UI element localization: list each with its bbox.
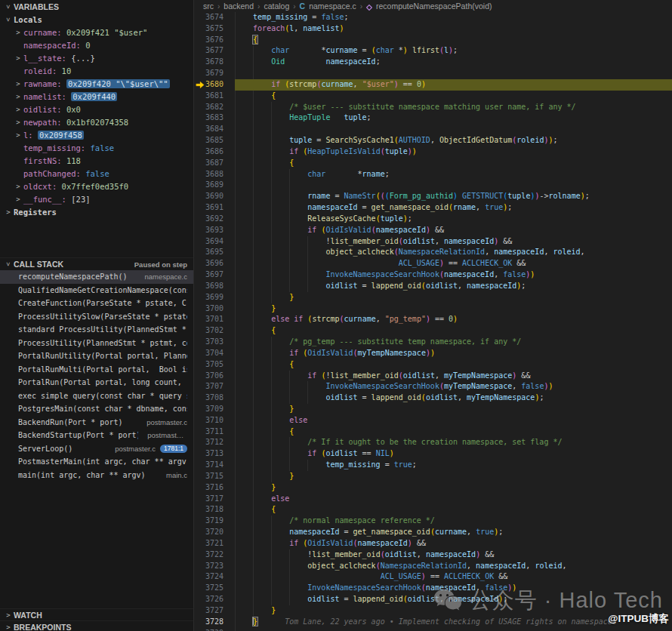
- code-line[interactable]: 3709}: [194, 404, 672, 415]
- code-line[interactable]: 3727}: [194, 605, 672, 617]
- variable-row[interactable]: >oldcxt: 0x7ffef0ed35f0: [0, 180, 193, 192]
- line-number[interactable]: 3710: [194, 415, 235, 426]
- code-line[interactable]: 3703/* pg_temp --- substitute temp names…: [194, 337, 672, 348]
- code-line[interactable]: 3712/* If it ought to be the creation na…: [194, 437, 672, 448]
- stack-frame-row[interactable]: standard_ProcessUtility(PlannedStmt * ps…: [0, 323, 193, 337]
- code-line[interactable]: 3700}: [194, 303, 672, 315]
- code-line[interactable]: 3728} Tom Lane, 22 years ago • Implement…: [194, 617, 672, 628]
- code-line[interactable]: 3679: [194, 68, 672, 79]
- line-number[interactable]: 3694: [194, 236, 235, 248]
- variable-row[interactable]: namespaceId: 0: [0, 38, 193, 51]
- variable-row[interactable]: >l__state: {...}: [0, 51, 193, 64]
- code-line[interactable]: 3713if (oidlist == NIL): [194, 448, 672, 460]
- code-line[interactable]: 3674temp_missing = false;: [194, 12, 672, 23]
- line-number[interactable]: 3699: [194, 292, 235, 303]
- variable-row[interactable]: >namelist: 0x209f440: [0, 90, 193, 103]
- line-number[interactable]: 3693: [194, 225, 235, 236]
- code-line[interactable]: 3718{: [194, 504, 672, 516]
- code-line[interactable]: 3676{: [194, 35, 672, 46]
- variable-row[interactable]: >l: 0x209f458: [0, 128, 193, 141]
- code-line[interactable]: 3706if (!list_member_oid(oidlist, myTemp…: [194, 371, 672, 382]
- line-number[interactable]: 3721: [194, 538, 235, 549]
- variable-row[interactable]: >rawname: 0x209f420 "\"$user\"": [0, 77, 193, 90]
- line-number[interactable]: 3707: [194, 381, 235, 392]
- line-number[interactable]: 3690: [194, 191, 235, 202]
- line-number[interactable]: 3682: [194, 102, 235, 113]
- code-line[interactable]: 3682/* $user --- substitute namespace ma…: [194, 102, 672, 113]
- code-line[interactable]: 3678Oid namespaceId;: [194, 57, 672, 68]
- breadcrumb-item[interactable]: backend: [223, 2, 254, 11]
- code-line[interactable]: 3710else: [194, 415, 672, 426]
- line-number[interactable]: 3681: [194, 91, 235, 102]
- line-number[interactable]: 3676: [194, 35, 235, 46]
- code-line[interactable]: 3723object_aclcheck(NamespaceRelationId,…: [194, 561, 672, 572]
- line-number[interactable]: 3692: [194, 214, 235, 225]
- variable-scope-locals[interactable]: >Locals: [0, 13, 193, 26]
- code-line[interactable]: 3684: [194, 124, 672, 135]
- variable-row[interactable]: >oidlist: 0x0: [0, 103, 193, 115]
- code-line[interactable]: 3698oidlist = lappend_oid(oidlist, names…: [194, 281, 672, 292]
- stack-frame-row[interactable]: BackendStartup(Port * port)postmaster.c: [0, 429, 193, 442]
- stack-frame-row[interactable]: CreateFunction(ParseState * pstate, Crea…: [0, 297, 193, 310]
- stack-frame-row[interactable]: ProcessUtilitySlow(ParseState * pstate, …: [0, 310, 193, 324]
- call-stack-panel-header[interactable]: > CALL STACK Paused on step: [0, 257, 193, 270]
- line-number[interactable]: 3722: [194, 549, 235, 561]
- code-line[interactable]: 3705{: [194, 359, 672, 371]
- stack-frame-row[interactable]: ServerLoop()postmaster.c1781:1: [0, 442, 193, 456]
- stack-frame-row[interactable]: PortalRunMulti(Portal portal, _Bool isTo…: [0, 363, 193, 377]
- breadcrumb-symbol[interactable]: recomputeNamespacePath(void): [376, 2, 492, 11]
- line-number[interactable]: 3674: [194, 12, 235, 23]
- line-number[interactable]: 3697: [194, 269, 235, 281]
- code-line[interactable]: 3714temp_missing = true;: [194, 460, 672, 471]
- line-number[interactable]: 3695: [194, 247, 235, 258]
- code-line[interactable]: 3699}: [194, 292, 672, 303]
- line-number[interactable]: 3684: [194, 124, 235, 135]
- line-number[interactable]: 3708: [194, 392, 235, 404]
- line-number[interactable]: 3717: [194, 494, 235, 505]
- code-line[interactable]: 3724ACL_USAGE) == ACLCHECK_OK &&: [194, 571, 672, 583]
- code-line[interactable]: 3681{: [194, 91, 672, 102]
- code-line[interactable]: 3677char *curname = (char *) lfirst(l);: [194, 45, 672, 57]
- line-number[interactable]: 3720: [194, 527, 235, 538]
- code-line[interactable]: 3719/* normal namespace reference */: [194, 516, 672, 527]
- line-number[interactable]: 3718: [194, 504, 235, 516]
- line-number[interactable]: 3683: [194, 112, 235, 124]
- variable-row[interactable]: pathChanged: false: [0, 167, 193, 180]
- line-number[interactable]: 3700: [194, 303, 235, 315]
- stack-frame-row[interactable]: BackendRun(Port * port)postmaster.c: [0, 416, 193, 429]
- stack-frame-row[interactable]: QualifiedNameGetCreationNamespace(const …: [0, 284, 193, 297]
- line-number[interactable]: 3689: [194, 180, 235, 191]
- stack-frame-row[interactable]: main(int argc, char ** argv)main.c: [0, 469, 193, 482]
- stack-frame-row[interactable]: recomputeNamespacePath()namespace.c: [0, 270, 193, 284]
- code-line[interactable]: 3685tuple = SearchSysCache1(AUTHOID, Obj…: [194, 135, 672, 146]
- line-number[interactable]: 3709: [194, 404, 235, 415]
- code-line[interactable]: 3687{: [194, 158, 672, 169]
- variable-row[interactable]: >curname: 0x209f421 "$user": [0, 26, 193, 38]
- line-number[interactable]: 3703: [194, 337, 235, 348]
- line-number[interactable]: 3698: [194, 281, 235, 292]
- line-number[interactable]: 3706: [194, 371, 235, 382]
- code-line[interactable]: 3686if (HeapTupleIsValid(tuple)): [194, 146, 672, 158]
- line-number[interactable]: 3678: [194, 57, 235, 68]
- code-line[interactable]: 3688char *rname;: [194, 169, 672, 180]
- code-line[interactable]: 3693if (OidIsValid(namespaceId) &&: [194, 225, 672, 236]
- variable-row[interactable]: firstNS: 118: [0, 154, 193, 167]
- line-number[interactable]: 3679: [194, 68, 235, 79]
- variable-scope-registers[interactable]: >Registers: [0, 205, 193, 218]
- code-line[interactable]: 3675foreach(l, namelist): [194, 23, 672, 35]
- stack-frame-row[interactable]: PortalRun(Portal portal, long count, _Bo…: [0, 376, 193, 389]
- line-number[interactable]: 3688: [194, 169, 235, 180]
- code-line[interactable]: 3702{: [194, 325, 672, 337]
- watch-panel-header[interactable]: > WATCH: [0, 608, 193, 620]
- code-line[interactable]: 3690rname = NameStr(((Form_pg_authid) GE…: [194, 191, 672, 202]
- code-line[interactable]: 3722!list_member_oid(oidlist, namespaceI…: [194, 549, 672, 561]
- line-number[interactable]: 3680: [194, 79, 235, 91]
- line-number[interactable]: 3691: [194, 202, 235, 214]
- breadcrumb-file[interactable]: namespace.c: [309, 2, 356, 11]
- line-number[interactable]: 3726: [194, 594, 235, 605]
- line-number[interactable]: 3687: [194, 158, 235, 169]
- breadcrumb-item[interactable]: catalog: [264, 2, 289, 11]
- variables-panel-header[interactable]: > VARIABLES: [0, 0, 193, 13]
- breadcrumb-item[interactable]: src: [203, 2, 214, 11]
- code-line[interactable]: 3716}: [194, 482, 672, 494]
